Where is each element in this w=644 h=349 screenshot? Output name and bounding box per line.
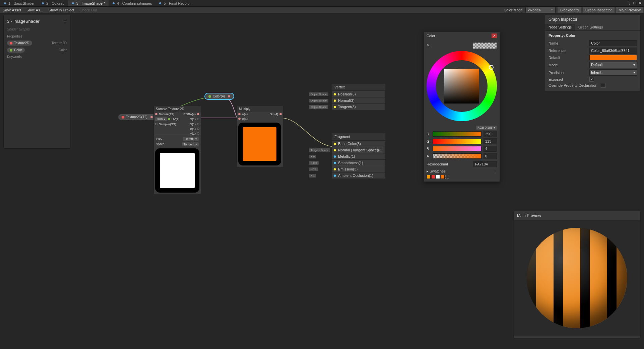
blackboard-panel: 3 - ImageShader + Shader Graphs Properti… [3, 15, 70, 149]
r-value[interactable]: 250 [484, 131, 497, 137]
current-color-swatch[interactable] [473, 42, 497, 49]
tab-basicshader[interactable]: 1 - BasicShader [0, 0, 38, 6]
field-label: Exposed [549, 77, 587, 81]
default-color-field[interactable] [589, 55, 637, 60]
input-port[interactable] [155, 113, 157, 115]
preview-viewport[interactable] [514, 220, 640, 336]
tab-label: 3 - ImageShader* [76, 1, 105, 5]
window-menu-icon[interactable]: ⋮ [627, 1, 631, 5]
output-port[interactable] [197, 132, 199, 135]
input-port[interactable] [155, 123, 157, 125]
node-title: Vertex [332, 84, 385, 90]
tab-graph-settings[interactable]: Graph Settings [575, 24, 606, 30]
hue-cursor[interactable] [489, 65, 494, 70]
field-label: Space [156, 142, 165, 146]
property-dot-icon [208, 95, 211, 98]
g-slider[interactable] [433, 139, 481, 144]
mode-dropdown[interactable]: Default▾ [589, 62, 637, 68]
tab-finalrecolor[interactable]: 5 - Final Recolor [155, 0, 194, 6]
output-port[interactable] [279, 113, 282, 115]
r-slider[interactable] [433, 131, 481, 137]
node-color-property[interactable]: Color(4) [204, 93, 234, 100]
chevron-down-icon: ▼ [551, 8, 553, 11]
blackboard-toggle[interactable]: Blackboard [558, 7, 581, 13]
swatch[interactable] [436, 175, 440, 179]
input-port[interactable] [168, 118, 170, 120]
reference-input[interactable] [589, 48, 637, 54]
space-label: Object Space [309, 92, 328, 96]
input-port[interactable] [334, 143, 336, 145]
input-port[interactable] [334, 106, 336, 108]
save-asset-button[interactable]: Save Asset [0, 7, 24, 13]
value-label: X 0.5 [309, 161, 319, 165]
input-port[interactable] [334, 162, 336, 164]
tab-imageshader[interactable]: 3 - ImageShader* [68, 0, 109, 6]
precision-dropdown[interactable]: Inherit▾ [589, 69, 637, 76]
a-value[interactable]: 0 [484, 153, 497, 159]
add-property-button[interactable]: + [63, 18, 67, 25]
swatches-label[interactable]: Swatches [430, 169, 446, 173]
property-name: Color [14, 48, 22, 52]
input-port[interactable] [334, 174, 336, 177]
color-mode-dropdown[interactable]: RGB 0-255 ▾ [476, 126, 497, 130]
output-port[interactable] [197, 113, 199, 115]
shader-icon [71, 2, 75, 5]
swatch[interactable] [431, 175, 435, 179]
blackboard-subtitle: Shader Graphs [4, 27, 70, 33]
color-mode-dropdown[interactable]: <None>▼ [525, 7, 556, 13]
swatches-menu-icon[interactable]: ⋮ [493, 169, 497, 173]
field-label: Type [156, 137, 163, 141]
input-port[interactable] [334, 99, 336, 102]
output-port[interactable] [197, 128, 199, 130]
add-swatch-button[interactable] [445, 175, 449, 179]
space-dropdown[interactable]: Tangent ▾ [182, 142, 199, 146]
exposed-checkbox[interactable]: ✓ [589, 77, 594, 82]
input-port[interactable] [334, 93, 336, 95]
tab-label: 1 - BasicShader [8, 1, 35, 5]
swatch[interactable] [427, 175, 431, 179]
input-port[interactable] [238, 118, 241, 120]
property-color[interactable]: Color Color [4, 47, 70, 54]
property-type: Color [59, 48, 67, 52]
a-slider[interactable] [433, 153, 481, 159]
output-port[interactable] [228, 95, 230, 97]
b-slider[interactable] [433, 146, 481, 151]
node-vertex-master[interactable]: Vertex Object SpacePosition(3) Object Sp… [332, 84, 385, 110]
node-multiply[interactable]: Multiply A(4)Out(4) B(4) [237, 106, 283, 167]
output-port[interactable] [150, 116, 153, 118]
input-port[interactable] [238, 113, 241, 115]
node-label: Texture2D(T2) [126, 115, 147, 119]
window-close-icon[interactable]: ✕ [638, 1, 642, 5]
main-preview-toggle[interactable]: Main Preview [616, 7, 643, 13]
tab-combining[interactable]: 4 - CombiningImages [109, 0, 155, 6]
eyedropper-icon[interactable]: ✎ [427, 43, 431, 48]
blackboard-title: 3 - ImageShader [7, 19, 40, 24]
node-texture2d-property[interactable]: Texture2D(T2) [118, 114, 156, 120]
g-value[interactable]: 113 [484, 138, 497, 144]
field-label: Override Property Declaration [549, 83, 599, 87]
node-sample-texture-2d[interactable]: Sample Texture 2D Texture(T2)RGBA(4) UV0… [153, 106, 201, 194]
tab-node-settings[interactable]: Node Settings [545, 24, 575, 30]
name-input[interactable] [589, 40, 637, 46]
uv-dropdown[interactable]: UV0 ▾ [155, 117, 167, 121]
swatch[interactable] [441, 175, 445, 179]
save-as-button[interactable]: Save As... [24, 7, 46, 13]
output-port[interactable] [197, 118, 199, 120]
property-texture2d[interactable]: Texture2D Texture2D [4, 40, 70, 47]
graph-inspector-toggle[interactable]: Graph Inspector [583, 7, 615, 13]
tab-colored[interactable]: 2 - Colored [38, 0, 68, 6]
color-wheel[interactable] [427, 51, 497, 121]
override-checkbox[interactable] [601, 83, 605, 88]
node-fragment-master[interactable]: Fragment Base Color(3) Tangent SpaceNorm… [332, 133, 385, 179]
input-port[interactable] [334, 149, 336, 151]
input-port[interactable] [334, 155, 336, 158]
close-button[interactable]: ✕ [492, 33, 497, 38]
output-port[interactable] [197, 123, 199, 125]
window-restore-icon[interactable]: ❐ [633, 1, 637, 5]
b-value[interactable]: 4 [484, 146, 497, 152]
hex-value[interactable]: FA7104 [473, 161, 497, 167]
input-port[interactable] [334, 168, 336, 170]
space-label: Tangent Space [309, 148, 330, 152]
type-dropdown[interactable]: Default ▾ [183, 137, 199, 141]
show-in-project-button[interactable]: Show In Project [46, 7, 77, 13]
